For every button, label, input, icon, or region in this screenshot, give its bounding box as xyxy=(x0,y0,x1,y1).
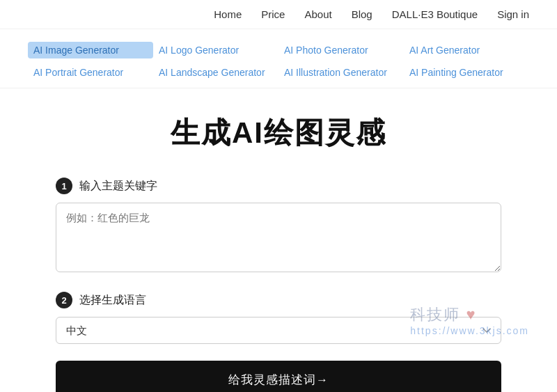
step1-badge: 1 xyxy=(56,178,72,194)
nav-about[interactable]: About xyxy=(304,8,331,20)
prompt-input[interactable] xyxy=(56,203,501,272)
nav-price[interactable]: Price xyxy=(261,8,285,20)
step2-label: 2 选择生成语言 xyxy=(56,292,501,308)
sub-nav: AI Image Generator AI Logo Generator AI … xyxy=(0,29,557,88)
nav-home[interactable]: Home xyxy=(214,8,242,20)
nav-dalle3[interactable]: DALL·E3 Boutique xyxy=(392,8,478,20)
step2-text: 选择生成语言 xyxy=(79,293,146,308)
main-content: 生成AI绘图灵感 1 输入主题关键字 2 选择生成语言 中文 English 日… xyxy=(42,88,515,392)
sub-nav-landscape-generator[interactable]: AI Landscape Generator xyxy=(153,64,278,81)
sub-nav-portrait-generator[interactable]: AI Portrait Generator xyxy=(28,64,153,81)
step1-label: 1 输入主题关键字 xyxy=(56,178,501,194)
sub-nav-logo-generator[interactable]: AI Logo Generator xyxy=(153,42,278,58)
sub-nav-illustration-generator[interactable]: AI Illustration Generator xyxy=(278,64,404,81)
prompt-wrapper xyxy=(56,203,501,275)
sub-nav-art-generator[interactable]: AI Art Generator xyxy=(404,42,529,58)
nav-blog[interactable]: Blog xyxy=(352,8,372,20)
sub-nav-painting-generator[interactable]: AI Painting Generator xyxy=(404,64,529,81)
language-select-wrapper: 中文 English 日本語 한국어 xyxy=(56,317,501,344)
step2-badge: 2 xyxy=(56,292,72,308)
submit-button[interactable]: 给我灵感描述词→ xyxy=(56,361,501,392)
sub-nav-image-generator[interactable]: AI Image Generator xyxy=(28,42,153,58)
page-title: 生成AI绘图灵感 xyxy=(56,113,501,152)
step1-text: 输入主题关键字 xyxy=(79,179,157,194)
signin-button[interactable]: Sign in xyxy=(497,8,529,20)
top-nav: Home Price About Blog DALL·E3 Boutique S… xyxy=(0,0,557,29)
sub-nav-photo-generator[interactable]: AI Photo Generator xyxy=(278,42,404,58)
language-select[interactable]: 中文 English 日本語 한국어 xyxy=(56,317,501,344)
